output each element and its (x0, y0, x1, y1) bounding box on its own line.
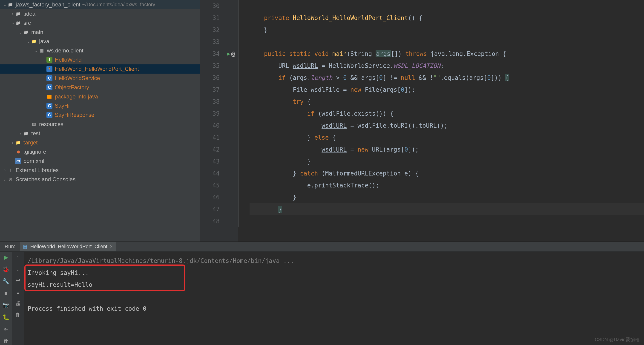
tree-label: SayHi (55, 102, 70, 109)
down-button[interactable]: ↓ (14, 265, 22, 273)
tree-arrow-icon[interactable] (18, 30, 23, 35)
tree-label: package-info.java (55, 94, 98, 100)
console-line: Invoking sayHi... (28, 267, 640, 279)
run-tabbar[interactable]: Run: ▦ HelloWorld_HelloWorldPort_Client … (0, 242, 644, 252)
tree-label: jaxws_factory_bean_client (16, 2, 80, 8)
tree-path: ~/Documents/idea/jaxws_factory_ (82, 2, 158, 8)
class-run-icon (46, 66, 52, 72)
folder-icon (7, 2, 13, 8)
tree-item-objectfactory[interactable]: ObjectFactory (0, 83, 200, 92)
class-icon (46, 84, 52, 90)
tree-arrow-icon[interactable] (10, 20, 15, 26)
tree-item-resources[interactable]: resources (0, 120, 200, 129)
folder-src-icon (31, 38, 37, 44)
console-line (28, 291, 640, 303)
run-label: Run: (0, 244, 20, 250)
tree-item-package-info-java[interactable]: package-info.java (0, 92, 200, 101)
run-toolbar-left[interactable]: ▶🐞🔧■📷🐛⇤🗑 (0, 252, 12, 345)
tree-item-helloworld-helloworldport-client[interactable]: HelloWorld_HelloWorldPort_Client (0, 64, 200, 74)
project-tree[interactable]: jaxws_factory_bean_client~/Documents/ide… (0, 0, 200, 242)
stop-button[interactable]: ■ (2, 289, 10, 297)
wrench-button[interactable]: 🔧 (2, 278, 10, 285)
tree-item-jaxws-factory-bean-client[interactable]: jaxws_factory_bean_client~/Documents/ide… (0, 0, 200, 9)
tree-item-target[interactable]: target (0, 138, 200, 147)
tree-item-helloworld[interactable]: HelloWorld (0, 55, 200, 64)
jfile-icon (46, 94, 52, 100)
tree-item-ws-demo-client[interactable]: ws.demo.client (0, 46, 200, 55)
tree-label: .idea (24, 10, 36, 17)
tree-item--gitignore[interactable]: .gitignore (0, 147, 200, 156)
tree-label: ObjectFactory (55, 84, 89, 90)
process-icon: ▦ (23, 244, 28, 250)
fold-column[interactable] (238, 0, 245, 242)
tree-arrow-icon[interactable] (34, 48, 39, 53)
package-icon (39, 48, 44, 54)
tree-item-pom-xml[interactable]: pom.xml (0, 156, 200, 166)
console-line: /Library/Java/JavaVirtualMachines/temuri… (28, 255, 640, 267)
run-toolbar-nav[interactable]: ↑↓↩⤓🖨🗑 (12, 252, 24, 345)
tree-item-scratches-and-consoles[interactable]: Scratches and Consoles (0, 175, 200, 184)
folder-target-icon (15, 140, 21, 146)
folder-icon (15, 11, 21, 17)
console-line: Process finished with exit code 0 (28, 303, 640, 315)
tree-item-sayhiresponse[interactable]: SayHiResponse (0, 110, 200, 120)
folder-icon (23, 29, 29, 35)
tree-arrow-icon[interactable] (2, 177, 7, 182)
tree-item-java[interactable]: java (0, 37, 200, 46)
camera-button[interactable]: 📷 (2, 301, 10, 309)
tree-label: pom.xml (24, 158, 44, 164)
folder-res-icon (31, 121, 37, 127)
tree-label: test (31, 130, 40, 136)
class-icon (46, 103, 52, 109)
annotation-icon[interactable]: @ (231, 48, 235, 60)
tree-arrow-icon[interactable] (10, 12, 15, 16)
tree-item--idea[interactable]: .idea (0, 9, 200, 18)
run-button[interactable]: ▶ (2, 254, 10, 261)
code-content[interactable]: private HelloWorld_HelloWorldPort_Client… (245, 0, 644, 242)
tree-label: main (31, 29, 43, 36)
tree-label: resources (39, 121, 63, 128)
tree-arrow-icon[interactable] (18, 131, 23, 136)
maven-icon (15, 158, 21, 164)
tree-item-main[interactable]: main (0, 28, 200, 37)
tree-arrow-icon[interactable] (26, 39, 31, 44)
tree-label: HelloWorldService (55, 75, 100, 82)
scroll-button[interactable]: ⤓ (14, 288, 22, 296)
tree-item-helloworldservice[interactable]: HelloWorldService (0, 74, 200, 83)
tree-item-test[interactable]: test (0, 129, 200, 138)
exit-button[interactable]: ⇤ (2, 325, 10, 333)
tree-label: src (24, 20, 31, 26)
delete-button[interactable]: 🗑 (14, 311, 22, 319)
code-editor[interactable]: 30313233343536373839404142434445464748 ▶… (200, 0, 644, 242)
watermark: CSDN @David爱编程 (595, 336, 640, 343)
run-tab-title: HelloWorld_HelloWorldPort_Client (30, 244, 107, 250)
tree-item-external-libraries[interactable]: External Libraries (0, 166, 200, 175)
run-tab[interactable]: ▦ HelloWorld_HelloWorldPort_Client × (20, 242, 116, 252)
close-icon[interactable]: × (110, 244, 113, 250)
tree-label: HelloWorld (55, 56, 82, 63)
up-button[interactable]: ↑ (14, 254, 22, 261)
libs-icon (7, 167, 13, 173)
class-icon (46, 75, 52, 81)
scratch-icon (7, 176, 13, 182)
gutter-icons[interactable]: ▶@ (224, 0, 238, 242)
tree-arrow-icon[interactable] (2, 168, 7, 173)
gitignore-icon (15, 149, 21, 155)
tree-arrow-icon[interactable] (2, 2, 7, 7)
bug-button[interactable]: 🐛 (2, 313, 10, 321)
interface-icon (46, 57, 52, 63)
trash-button[interactable]: 🗑 (2, 337, 10, 345)
tree-item-src[interactable]: src (0, 18, 200, 28)
run-tool-window[interactable]: Run: ▦ HelloWorld_HelloWorldPort_Client … (0, 242, 644, 345)
tree-arrow-icon[interactable] (10, 140, 15, 145)
debug-button[interactable]: 🐞 (2, 266, 10, 273)
run-gutter-icon[interactable]: ▶ (227, 48, 230, 60)
folder-icon (23, 130, 29, 136)
console-output[interactable]: /Library/Java/JavaVirtualMachines/temuri… (24, 252, 644, 345)
wrap-button[interactable]: ↩ (14, 276, 22, 284)
print-button[interactable]: 🖨 (14, 300, 22, 307)
folder-icon (15, 20, 21, 26)
tree-item-sayhi[interactable]: SayHi (0, 101, 200, 110)
console-line: sayHi.result=Hello (28, 279, 640, 291)
tree-label: External Libraries (16, 167, 59, 174)
